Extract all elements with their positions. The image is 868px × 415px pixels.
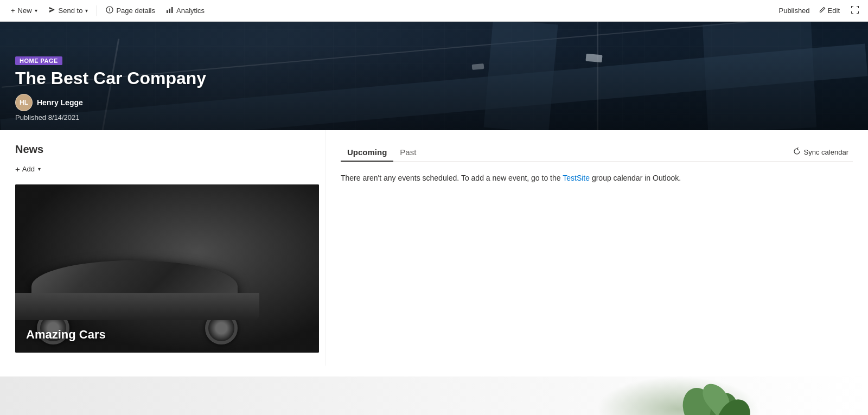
events-empty-prefix: There aren't any events scheduled. To ad… <box>341 174 563 182</box>
tab-past[interactable]: Past <box>393 143 423 161</box>
add-label: Add <box>22 165 35 173</box>
news-card[interactable]: Amazing Cars <box>15 184 319 353</box>
bottom-banner: Are you behind on your expenses? <box>0 376 868 415</box>
car-wheel-right <box>205 312 238 344</box>
svg-rect-3 <box>167 10 168 13</box>
send-to-chevron-icon: ▾ <box>85 8 88 14</box>
svg-rect-5 <box>171 7 173 13</box>
add-plus-icon: + <box>15 164 20 174</box>
send-to-label: Send to <box>59 7 83 15</box>
news-card-title: Amazing Cars <box>26 328 106 342</box>
events-empty-suffix: group calendar in Outlook. <box>590 174 681 182</box>
events-tabs: Upcoming Past Sync calendar <box>341 143 853 162</box>
toolbar-divider <box>97 5 97 16</box>
send-to-button[interactable]: Send to ▾ <box>44 4 93 17</box>
toolbar: + New ▾ Send to ▾ Page details <box>0 0 868 22</box>
avatar: HL <box>15 94 33 111</box>
analytics-label: Analytics <box>176 7 205 15</box>
published-date: Published 8/14/2021 <box>15 113 853 122</box>
car-headlight <box>227 298 243 306</box>
edit-icon <box>819 7 826 15</box>
past-label: Past <box>400 148 416 157</box>
toolbar-left: + New ▾ Send to ▾ Page details <box>7 4 209 17</box>
sync-calendar-label: Sync calendar <box>804 148 848 156</box>
toolbar-right: Published Edit <box>778 3 861 18</box>
page-details-icon <box>106 6 113 15</box>
edit-label: Edit <box>828 7 840 15</box>
add-chevron-icon: ▾ <box>38 166 41 172</box>
events-section: Upcoming Past Sync calendar There aren't… <box>326 130 868 366</box>
hero-author: HL Henry Legge <box>15 94 853 111</box>
page-details-label: Page details <box>116 7 155 15</box>
hero-title: The Best Car Company <box>15 68 853 88</box>
analytics-icon <box>166 6 174 15</box>
sync-calendar-button[interactable]: Sync calendar <box>789 145 853 159</box>
new-chevron-icon: ▾ <box>35 8 37 14</box>
send-icon <box>48 6 56 15</box>
expand-button[interactable] <box>848 3 861 18</box>
news-title: News <box>15 143 310 156</box>
car-illustration <box>15 228 270 325</box>
sync-icon <box>793 148 801 157</box>
new-button[interactable]: + New ▾ <box>7 4 42 17</box>
hero-content: HOME PAGE The Best Car Company HL Henry … <box>0 44 868 130</box>
upcoming-label: Upcoming <box>347 148 387 157</box>
car-stripe <box>69 302 189 314</box>
events-empty-message: There aren't any events scheduled. To ad… <box>341 173 853 184</box>
home-page-badge: HOME PAGE <box>15 56 62 65</box>
analytics-button[interactable]: Analytics <box>162 4 209 17</box>
svg-point-2 <box>110 8 110 9</box>
hero-section: HOME PAGE The Best Car Company HL Henry … <box>0 22 868 130</box>
edit-button[interactable]: Edit <box>815 4 843 17</box>
published-status: Published <box>778 7 809 15</box>
svg-rect-4 <box>169 9 171 13</box>
testsite-link[interactable]: TestSite <box>563 174 590 182</box>
main-content: News + Add ▾ Amazing Cars Upcoming Past <box>0 130 868 366</box>
author-name: Henry Legge <box>37 98 83 107</box>
news-section: News + Add ▾ Amazing Cars <box>0 130 326 366</box>
new-label: New <box>18 7 32 15</box>
page-details-button[interactable]: Page details <box>101 4 159 17</box>
plus-icon: + <box>11 7 15 15</box>
tab-upcoming[interactable]: Upcoming <box>341 143 393 161</box>
add-button[interactable]: + Add ▾ <box>15 162 41 176</box>
